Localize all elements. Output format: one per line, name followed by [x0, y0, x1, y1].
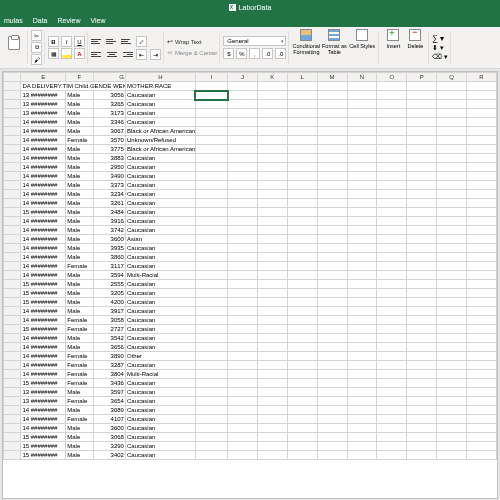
cell[interactable] [195, 451, 227, 460]
cell[interactable] [407, 406, 437, 415]
cell[interactable] [317, 253, 347, 262]
cell[interactable] [377, 163, 407, 172]
row-header[interactable] [4, 424, 21, 433]
cell[interactable] [437, 316, 467, 325]
cell[interactable] [347, 397, 377, 406]
cell[interactable]: Male [66, 433, 93, 442]
cell[interactable]: Male [66, 424, 93, 433]
cell[interactable] [347, 280, 377, 289]
cell[interactable] [257, 361, 287, 370]
cell[interactable]: Caucasian [125, 361, 195, 370]
cell[interactable] [377, 406, 407, 415]
cell[interactable] [287, 370, 317, 379]
cell[interactable] [377, 154, 407, 163]
row-header[interactable] [4, 379, 21, 388]
cell[interactable] [317, 433, 347, 442]
cell[interactable]: Male [66, 100, 93, 109]
cell[interactable]: 14 ######## [21, 244, 66, 253]
cell[interactable] [377, 361, 407, 370]
cell[interactable] [407, 451, 437, 460]
cell[interactable] [287, 208, 317, 217]
cell[interactable] [467, 172, 497, 181]
cell[interactable] [228, 451, 258, 460]
cell[interactable] [195, 91, 227, 100]
cell[interactable]: Female [66, 415, 93, 424]
cell[interactable]: Male [66, 307, 93, 316]
cell[interactable] [195, 271, 227, 280]
cell[interactable] [407, 82, 437, 91]
select-all-corner[interactable] [4, 73, 21, 82]
cell[interactable]: Black or African American [125, 145, 195, 154]
cell[interactable] [257, 145, 287, 154]
cell[interactable] [195, 415, 227, 424]
cell[interactable]: Female [66, 370, 93, 379]
cell[interactable] [467, 217, 497, 226]
cell[interactable] [407, 226, 437, 235]
column-header-F[interactable]: F [66, 73, 93, 82]
cell[interactable]: Caucasian [125, 307, 195, 316]
cell[interactable] [287, 145, 317, 154]
cell[interactable] [467, 379, 497, 388]
cell[interactable]: Caucasian [125, 451, 195, 460]
cell[interactable]: Male [66, 271, 93, 280]
cell[interactable] [257, 343, 287, 352]
cell[interactable] [195, 289, 227, 298]
cell[interactable] [195, 172, 227, 181]
increase-indent-button[interactable]: ⇥ [150, 49, 161, 60]
cell[interactable] [467, 289, 497, 298]
cell[interactable] [195, 163, 227, 172]
cell[interactable] [287, 352, 317, 361]
clear-icon[interactable]: ⌫ ▾ [432, 53, 448, 61]
cell[interactable] [228, 100, 258, 109]
tab-view[interactable]: View [90, 17, 105, 24]
cell[interactable] [407, 370, 437, 379]
cell[interactable]: Male [66, 199, 93, 208]
cell[interactable] [287, 388, 317, 397]
cell[interactable] [437, 244, 467, 253]
conditional-formatting-button[interactable]: Conditional Formatting [292, 28, 320, 67]
cell[interactable] [195, 100, 227, 109]
cell[interactable] [257, 298, 287, 307]
increase-decimal-button[interactable]: .0 [262, 48, 273, 59]
cell[interactable] [407, 163, 437, 172]
cell[interactable] [347, 127, 377, 136]
cell[interactable]: 14 ######## [21, 253, 66, 262]
cell[interactable]: 3804 [93, 370, 125, 379]
cell[interactable] [347, 244, 377, 253]
wrap-text-button[interactable]: ↩Wrap Text [167, 38, 217, 46]
cell[interactable] [317, 397, 347, 406]
cell[interactable] [377, 307, 407, 316]
cell[interactable] [317, 190, 347, 199]
cell[interactable] [195, 316, 227, 325]
cell[interactable] [347, 208, 377, 217]
cell[interactable] [195, 199, 227, 208]
cell[interactable] [377, 136, 407, 145]
cell[interactable] [407, 298, 437, 307]
cell[interactable] [257, 82, 287, 91]
row-header[interactable] [4, 199, 21, 208]
cell[interactable]: 13 ######## [21, 100, 66, 109]
format-painter-button[interactable]: 🖌 [31, 54, 42, 65]
cell[interactable] [287, 226, 317, 235]
cell[interactable] [377, 244, 407, 253]
cell[interactable] [317, 352, 347, 361]
cell[interactable]: 3883 [93, 154, 125, 163]
cell[interactable]: Caucasian [125, 289, 195, 298]
cell[interactable]: 3402 [93, 451, 125, 460]
cell[interactable] [257, 316, 287, 325]
cell[interactable] [317, 136, 347, 145]
cell[interactable] [195, 379, 227, 388]
cell[interactable] [195, 280, 227, 289]
cell[interactable] [287, 451, 317, 460]
cell[interactable] [228, 118, 258, 127]
comma-button[interactable]: , [249, 48, 260, 59]
cell[interactable] [347, 163, 377, 172]
cell[interactable] [195, 325, 227, 334]
cell[interactable]: 3600 [93, 424, 125, 433]
cell[interactable] [467, 262, 497, 271]
cell[interactable] [407, 289, 437, 298]
cell[interactable]: Caucasian [125, 379, 195, 388]
cell[interactable] [228, 154, 258, 163]
cell[interactable]: 3594 [93, 271, 125, 280]
cell[interactable] [195, 181, 227, 190]
